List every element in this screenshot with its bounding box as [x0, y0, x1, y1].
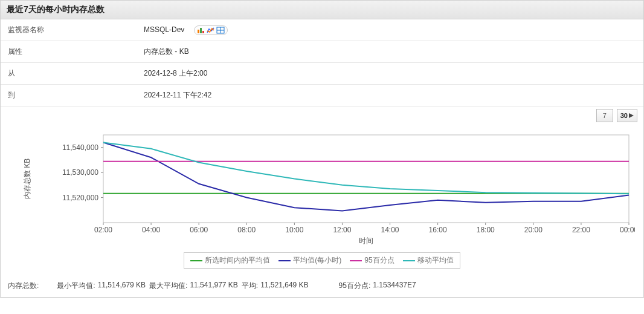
stat-p95: 95百分点: 1.1534437E7 [339, 281, 416, 291]
chart-type-icons[interactable] [194, 25, 228, 35]
svg-rect-0 [198, 30, 199, 33]
info-row-attr: 属性 内存总数 - KB [1, 41, 643, 63]
svg-text:02:00: 02:00 [94, 226, 112, 234]
legend-label: 平均值(每小时) [293, 255, 341, 266]
stat-max: 最大平均值: 11,541,977 KB [149, 281, 238, 291]
stat-label: 95百分点: [339, 281, 371, 291]
stat-label: 最大平均值: [149, 281, 187, 291]
legend-swatch [403, 260, 415, 261]
play-icon [629, 113, 634, 118]
svg-marker-6 [629, 113, 634, 118]
svg-text:04:00: 04:00 [142, 226, 160, 234]
legend-label: 所选时间内的平均值 [205, 255, 270, 266]
range-buttons: 7 30 [1, 106, 643, 122]
legend-item-p95[interactable]: 95百分点 [350, 255, 394, 266]
info-row-to: 到 2024-12-11 下午2:42 [1, 85, 643, 106]
svg-text:08:00: 08:00 [237, 226, 256, 234]
svg-text:16:00: 16:00 [429, 226, 447, 234]
stats-title: 内存总数: [8, 281, 39, 291]
stat-avg: 平均: 11,521,649 KB [242, 281, 309, 291]
svg-rect-2 [202, 31, 204, 33]
stat-value: 11,521,649 KB [260, 281, 308, 291]
svg-text:11,520,000: 11,520,000 [62, 194, 98, 202]
line-chart: 11,540,00011,530,00011,520,000内存总数 KB02:… [7, 126, 635, 247]
info-row-from: 从 2024-12-8 上午2:00 [1, 63, 643, 85]
stat-min: 最小平均值: 11,514,679 KB [57, 281, 146, 291]
stat-label: 平均: [242, 281, 258, 291]
legend-item-moving-avg[interactable]: 移动平均值 [403, 255, 454, 266]
svg-text:06:00: 06:00 [190, 226, 208, 234]
monitor-name: MSSQL-Dev [144, 25, 184, 34]
info-label: 监视器名称 [1, 19, 137, 41]
svg-text:内存总数 KB: 内存总数 KB [23, 159, 31, 199]
stat-value: 11,541,977 KB [190, 281, 237, 291]
grid-chart-icon[interactable] [216, 27, 225, 34]
stat-value: 11,514,679 KB [98, 281, 146, 291]
info-value: MSSQL-Dev [137, 19, 643, 41]
stats-row: 内存总数: 最小平均值: 11,514,679 KB 最大平均值: 11,541… [1, 276, 643, 297]
info-label: 从 [1, 63, 137, 85]
legend-label: 95百分点 [364, 255, 394, 266]
svg-text:00:00: 00:00 [620, 226, 635, 234]
bar-chart-icon[interactable] [197, 27, 205, 34]
info-row-monitor: 监视器名称 MSSQL-Dev [1, 19, 643, 41]
info-value: 内存总数 - KB [137, 41, 643, 63]
range-30-label: 30 [620, 112, 628, 119]
svg-text:18:00: 18:00 [477, 226, 495, 234]
legend-swatch [279, 260, 291, 261]
stat-value: 1.1534437E7 [373, 281, 416, 291]
info-value: 2024-12-8 上午2:00 [137, 63, 643, 85]
legend-label: 移动平均值 [417, 255, 454, 266]
info-label: 到 [1, 85, 137, 106]
info-value: 2024-12-11 下午2:42 [137, 85, 643, 106]
panel: 最近7天的每小时内存总数 监视器名称 MSSQL-Dev 属性 内存总数 - K… [0, 0, 644, 298]
svg-text:时间: 时间 [359, 237, 373, 245]
legend-swatch [350, 260, 362, 261]
svg-text:11,530,000: 11,530,000 [62, 168, 98, 177]
legend: 所选时间内的平均值 平均值(每小时) 95百分点 移动平均值 [184, 252, 460, 269]
range-30-button[interactable]: 30 [617, 109, 637, 122]
svg-rect-7 [103, 135, 629, 223]
svg-text:14:00: 14:00 [381, 226, 399, 234]
svg-text:12:00: 12:00 [333, 226, 351, 234]
info-table: 监视器名称 MSSQL-Dev 属性 内存总数 - KB 从 2024-12-8… [1, 19, 643, 106]
legend-item-avg-hourly[interactable]: 平均值(每小时) [279, 255, 341, 266]
info-label: 属性 [1, 41, 137, 63]
svg-text:11,540,000: 11,540,000 [62, 143, 98, 152]
panel-title: 最近7天的每小时内存总数 [1, 1, 643, 19]
range-7-button[interactable]: 7 [596, 109, 613, 122]
svg-rect-1 [200, 28, 202, 33]
svg-text:22:00: 22:00 [572, 226, 590, 234]
legend-item-avg-selected[interactable]: 所选时间内的平均值 [190, 255, 270, 266]
line-chart-icon[interactable] [207, 27, 215, 34]
chart-area: 11,540,00011,530,00011,520,000内存总数 KB02:… [1, 122, 643, 276]
svg-text:10:00: 10:00 [285, 226, 303, 234]
legend-swatch [190, 260, 202, 261]
svg-text:20:00: 20:00 [524, 226, 543, 234]
stat-label: 最小平均值: [57, 281, 95, 291]
